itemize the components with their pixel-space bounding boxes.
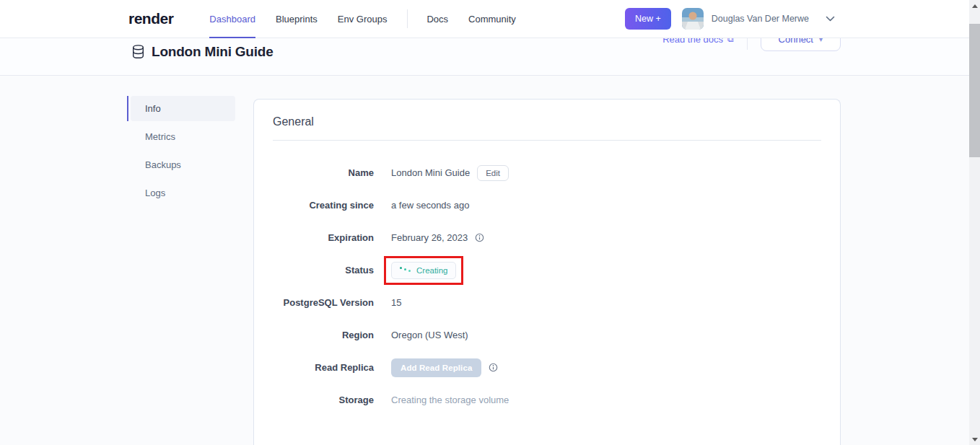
field-label: Region <box>273 330 374 340</box>
sidebar-item-info[interactable]: Info <box>131 96 235 121</box>
field-label: Name <box>273 167 374 178</box>
nav-link-community[interactable]: Community <box>468 0 516 38</box>
field-label: Read Replica <box>273 362 374 373</box>
info-icon[interactable] <box>489 363 498 372</box>
expiration-value: February 26, 2023 <box>391 232 468 243</box>
chevron-down-icon[interactable] <box>826 16 835 22</box>
field-value: London Mini Guide Edit <box>391 165 509 181</box>
top-nav: render Dashboard Blueprints Env Groups D… <box>0 0 980 38</box>
scrollbar-thumb[interactable] <box>969 24 980 157</box>
status-badge: Creating <box>391 262 456 279</box>
fields: Name London Mini Guide Edit Creating sin… <box>273 141 821 416</box>
field-row-read-replica: Read Replica Add Read Replica <box>273 351 821 384</box>
nav-link-env-groups[interactable]: Env Groups <box>338 0 388 38</box>
card-heading: General <box>273 115 821 128</box>
name-value: London Mini Guide <box>391 167 470 178</box>
scrollbar-up-arrow-icon[interactable] <box>969 0 980 12</box>
field-row-creating-since: Creating since a few seconds ago <box>273 189 821 221</box>
edit-button[interactable]: Edit <box>477 165 509 181</box>
red-annotation-box: Creating <box>384 256 463 285</box>
sidebar: Info Metrics Backups Logs <box>131 96 235 208</box>
nav-link-blueprints[interactable]: Blueprints <box>276 0 318 38</box>
avatar-photo <box>682 8 704 30</box>
status-label: Creating <box>416 266 447 275</box>
nav-links: Dashboard Blueprints Env Groups Docs Com… <box>209 0 535 38</box>
user-name[interactable]: Douglas Van Der Merwe <box>712 14 809 24</box>
field-row-name: Name London Mini Guide Edit <box>273 157 821 189</box>
sidebar-item-backups[interactable]: Backups <box>131 152 235 177</box>
scrollbar-down-arrow-icon[interactable] <box>969 433 980 445</box>
field-label: PostgreSQL Version <box>273 297 374 308</box>
field-value: February 26, 2023 <box>391 232 484 243</box>
field-row-status: Status Creating <box>273 254 821 286</box>
field-label: Creating since <box>273 200 374 211</box>
field-row-region: Region Oregon (US West) <box>273 319 821 351</box>
field-row-expiration: Expiration February 26, 2023 <box>273 221 821 254</box>
page-title: London Mini Guide <box>152 44 274 60</box>
field-label: Storage <box>273 395 374 405</box>
field-row-storage: Storage Creating the storage volume <box>273 384 821 416</box>
sidebar-item-metrics[interactable]: Metrics <box>131 124 235 149</box>
region-value: Oregon (US West) <box>391 330 468 340</box>
storage-value: Creating the storage volume <box>391 395 509 405</box>
avatar[interactable] <box>682 8 704 30</box>
creating-since-value: a few seconds ago <box>391 200 469 211</box>
page: render Dashboard Blueprints Env Groups D… <box>0 0 980 445</box>
add-read-replica-button[interactable]: Add Read Replica <box>391 358 481 377</box>
new-button[interactable]: New + <box>625 8 671 30</box>
field-label: Status <box>273 265 374 276</box>
database-icon <box>132 45 144 59</box>
sidebar-item-logs[interactable]: Logs <box>131 180 235 206</box>
field-row-postgresql-version: PostgreSQL Version 15 <box>273 286 821 319</box>
postgresql-version-value: 15 <box>391 297 401 308</box>
nav-link-docs[interactable]: Docs <box>426 0 448 38</box>
nav-divider <box>407 9 408 28</box>
title-cluster: London Mini Guide <box>132 44 274 60</box>
nav-link-dashboard[interactable]: Dashboard <box>209 0 255 38</box>
title-bar: London Mini Guide Read the docs ⧉ Connec… <box>0 38 980 76</box>
field-value: Add Read Replica <box>391 358 498 377</box>
creating-spinner-dots-icon <box>400 267 411 274</box>
render-logo: render <box>128 10 173 27</box>
scrollbar[interactable] <box>969 0 980 445</box>
info-icon[interactable] <box>475 233 484 242</box>
general-card: General Name London Mini Guide Edit Crea… <box>253 99 841 445</box>
field-label: Expiration <box>273 232 374 243</box>
body: Info Metrics Backups Logs General Name L… <box>0 76 980 445</box>
nav-right: New + Douglas Van Der Merwe <box>625 8 835 30</box>
